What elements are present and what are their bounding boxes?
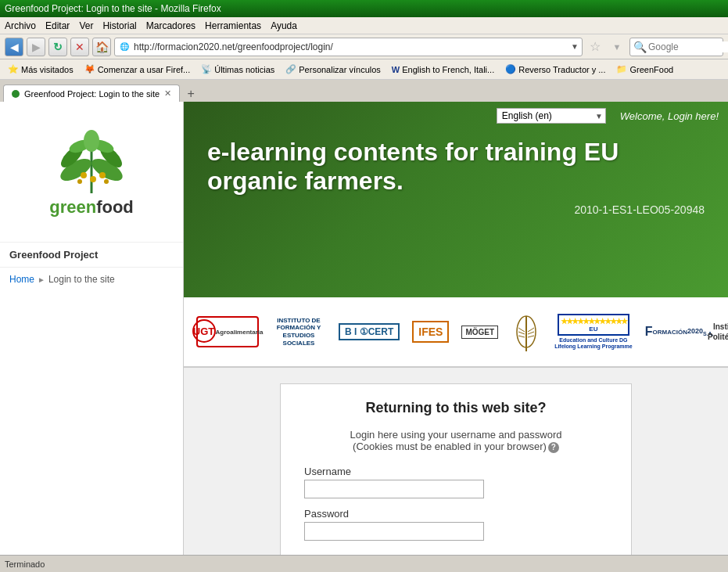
login-subtitle-line1: Login here using your username and passw…: [350, 429, 561, 441]
svg-line-15: [518, 328, 525, 332]
bookmark-english[interactable]: W English to French, Itali...: [389, 64, 497, 75]
greenfood-brand-text: greenfood: [49, 197, 134, 218]
green-part: green: [49, 197, 96, 217]
svg-point-8: [81, 172, 87, 178]
search-engine-icon: 🔍: [633, 41, 647, 53]
menu-historial[interactable]: Historial: [102, 20, 136, 31]
partner-instituto: INSTITUTO DE FORMACIÓN Y ESTUDIOS SOCIAL…: [271, 317, 326, 347]
sidebar-logo-area: greenfood: [0, 102, 183, 243]
status-bar: Terminado: [0, 555, 728, 572]
password-input[interactable]: [304, 522, 484, 541]
breadcrumb-home-link[interactable]: Home: [9, 274, 34, 285]
sidebar: greenfood Greenfood Project Home ► Login…: [0, 102, 184, 555]
main-content: English (en) Español (es) Français (fr) …: [184, 102, 728, 555]
menu-archivo[interactable]: Archivo: [5, 20, 36, 31]
svg-line-18: [528, 328, 534, 332]
menu-ver[interactable]: Ver: [79, 20, 93, 31]
cookies-help-icon[interactable]: ?: [548, 442, 559, 453]
tab-label: Greenfood Project: Login to the site: [24, 89, 160, 99]
address-bar[interactable]: 🌐 ▼: [114, 38, 583, 56]
header-tagline: e-learning contents for training EU orga…: [184, 130, 728, 203]
partner-mogert: MÖGET: [461, 326, 498, 339]
partner-ifes: IFES: [412, 321, 449, 343]
svg-line-16: [518, 332, 525, 334]
folder-icon: 📁: [616, 64, 627, 74]
bookmark-star2[interactable]: ▼: [608, 38, 626, 56]
header-top-bar: English (en) Español (es) Français (fr) …: [184, 102, 728, 130]
active-tab[interactable]: Greenfood Project: Login to the site ✕: [3, 85, 180, 102]
bookmark-reverso[interactable]: 🔵 Reverso Traductor y ...: [502, 63, 608, 75]
svg-point-12: [104, 179, 109, 184]
tab-favicon: [12, 90, 20, 98]
back-button[interactable]: ◀: [5, 38, 23, 56]
window-title: Greenfood Project: Login to the site - M…: [5, 3, 221, 14]
tab-close-button[interactable]: ✕: [164, 88, 171, 99]
status-text: Terminado: [5, 559, 45, 569]
forward-button[interactable]: ▶: [27, 38, 45, 56]
username-input[interactable]: [304, 480, 484, 498]
svg-line-20: [528, 336, 534, 337]
bookmark-star[interactable]: ☆: [586, 38, 604, 56]
search-bar[interactable]: 🔍 ▼: [629, 38, 723, 56]
rss-icon: 📡: [201, 64, 212, 74]
new-tab-button[interactable]: +: [183, 86, 199, 102]
tabs-bar: Greenfood Project: Login to the site ✕ +: [0, 80, 728, 102]
url-input[interactable]: [134, 41, 568, 52]
login-area: Returning to this web site? Login here u…: [184, 368, 728, 555]
language-select[interactable]: English (en) Español (es) Français (fr) …: [497, 108, 606, 124]
bookmark-greenfood[interactable]: 📁 GreenFood: [613, 63, 676, 75]
partner-logos-bar: UGT Agroalimentaria INSTITUTO DE FORMACI…: [184, 297, 728, 368]
partner-ugt: UGT Agroalimentaria: [196, 316, 259, 347]
stop-button[interactable]: ✕: [70, 38, 89, 56]
bookmark-firefox[interactable]: 🦊 Comenzar a usar Firef...: [81, 63, 194, 75]
menu-editar[interactable]: Editar: [45, 20, 70, 31]
leaf-svg: [45, 127, 138, 197]
star-icon: ⭐: [8, 64, 19, 74]
header-banner: English (en) Español (es) Français (fr) …: [184, 102, 728, 297]
welcome-text: Welcome, Login here!: [620, 110, 719, 122]
home-button[interactable]: 🏠: [92, 38, 111, 56]
username-label: Username: [304, 466, 608, 477]
language-selector-wrap[interactable]: English (en) Español (es) Français (fr) …: [497, 108, 606, 124]
password-group: Password: [304, 508, 608, 541]
menu-bar: Archivo Editar Ver Historial Marcadores …: [0, 17, 728, 34]
breadcrumb: Home ► Login to the site: [0, 268, 183, 291]
reload-button[interactable]: ↻: [48, 38, 67, 56]
login-subtitle-line2: (Cookies must be enabled in your browser…: [353, 441, 547, 452]
header-top-right: English (en) Español (es) Français (fr) …: [497, 108, 719, 124]
svg-point-10: [99, 172, 106, 178]
food-part: food: [96, 197, 134, 217]
sidebar-project-section: Greenfood Project: [0, 243, 183, 268]
bookmark-noticias[interactable]: 📡 Últimas noticias: [198, 63, 278, 75]
menu-herramientas[interactable]: Herramientas: [205, 20, 261, 31]
partner-eu: ★★★★★★★★★★★★ EU Education and Culture DG…: [554, 314, 633, 351]
sidebar-project-title: Greenfood Project: [9, 249, 174, 261]
menu-ayuda[interactable]: Ayuda: [271, 20, 297, 31]
partner-grain: [511, 308, 542, 355]
title-bar: Greenfood Project: Login to the site - M…: [0, 0, 728, 17]
link-icon: 🔗: [285, 64, 296, 74]
breadcrumb-separator: ►: [38, 275, 45, 284]
firefox-icon: 🦊: [84, 64, 95, 74]
svg-point-9: [90, 176, 96, 182]
address-dropdown-arrow[interactable]: ▼: [571, 42, 579, 51]
menu-marcadores[interactable]: Marcadores: [146, 20, 195, 31]
breadcrumb-current-page: Login to the site: [48, 274, 115, 285]
page-wrapper: greenfood Greenfood Project Home ► Login…: [0, 102, 728, 555]
address-icon: 🌐: [118, 41, 131, 53]
partner-biocert: B I ①CERT: [339, 323, 400, 340]
svg-line-17: [518, 336, 525, 337]
svg-point-11: [77, 179, 82, 184]
username-group: Username: [304, 466, 608, 498]
svg-line-19: [528, 332, 534, 334]
greenfood-logo: greenfood: [45, 127, 138, 218]
password-label: Password: [304, 508, 608, 520]
login-title: Returning to this web site?: [304, 400, 608, 416]
bookmarks-bar: ⭐ Más visitados 🦊 Comenzar a usar Firef.…: [0, 59, 728, 80]
bookmark-mas-visitados[interactable]: ⭐ Más visitados: [5, 63, 77, 75]
partner-formacion: F ORMACIÓN 2020S.A.: [645, 325, 714, 339]
login-box: Returning to this web site? Login here u…: [280, 383, 632, 555]
bookmark-personalizar[interactable]: 🔗 Personalizar vínculos: [282, 63, 384, 75]
search-input[interactable]: [648, 41, 728, 52]
reverso-icon: 🔵: [505, 64, 516, 74]
